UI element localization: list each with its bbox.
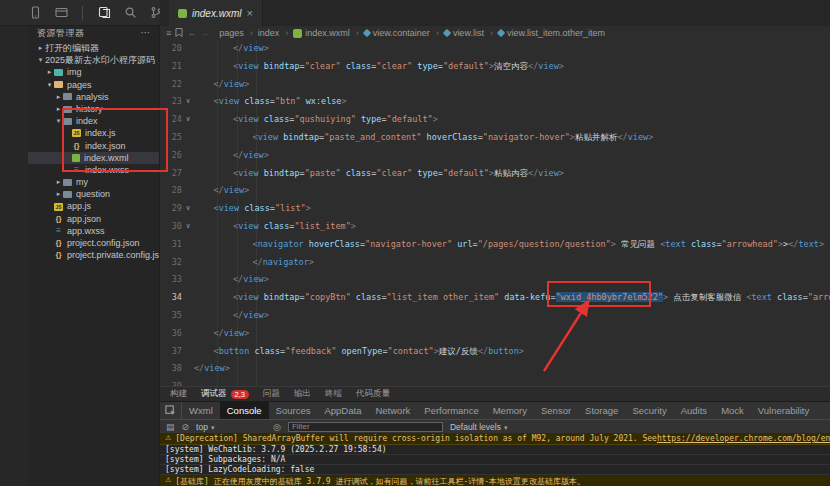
tab-close-icon[interactable]: ×: [246, 7, 252, 19]
editor-icon[interactable]: [54, 6, 68, 20]
tree-item-0[interactable]: 打开的编辑器: [28, 42, 159, 54]
code-text: </view>: [194, 307, 269, 325]
tree-item-3[interactable]: pages: [28, 79, 159, 91]
log-level-selector[interactable]: Default levels: [450, 422, 508, 432]
folder-icon: [63, 179, 72, 186]
tree-item-label: my: [76, 176, 88, 188]
tree-item-4[interactable]: analysis: [28, 91, 159, 103]
breadcrumb-item-4[interactable]: view.list: [444, 28, 496, 38]
indent-guide: [237, 40, 238, 386]
line-number: 32: [160, 254, 182, 272]
tree-item-17[interactable]: {}project.private.config.js...: [28, 249, 159, 261]
bookmark-icon[interactable]: [175, 28, 183, 39]
tree-item-6[interactable]: index: [28, 115, 159, 127]
code-line-29: 29<view class="list">: [160, 200, 830, 218]
tab-index-wxml[interactable]: index.wxml ×: [169, 0, 263, 26]
tree-item-14[interactable]: {}app.json: [28, 213, 159, 225]
symbol-icon: [497, 29, 505, 37]
chevron-down-icon: [211, 422, 215, 432]
console-message-1: [system] WeChatLib: 3.7.9 (2025.2.27 19:…: [160, 445, 830, 455]
devtools-tab-sources[interactable]: Sources: [269, 402, 318, 419]
line-number: 22: [160, 76, 182, 94]
live-expression-icon[interactable]: ◎: [273, 422, 281, 432]
code-editor[interactable]: 20</view>21<view bindtap="clear" class="…: [160, 40, 830, 386]
outline-icon[interactable]: ≡: [166, 28, 171, 38]
context-selector[interactable]: top: [196, 422, 266, 432]
wxml-file-icon: [178, 9, 187, 18]
devtools-tab-vulnerability[interactable]: Vulnerability: [751, 402, 816, 419]
tree-item-2[interactable]: img: [28, 66, 159, 78]
inspect-element-icon[interactable]: [160, 402, 182, 419]
breadcrumb-bar: ≡ ← → pagesindexindex.wxmlview.container…: [160, 26, 830, 40]
panel-tab-4[interactable]: 终端: [325, 388, 342, 400]
panel-tab-0[interactable]: 构建: [170, 388, 187, 400]
toolbar-divider: [82, 6, 83, 20]
devtools-tab-audits[interactable]: Audits: [674, 402, 714, 419]
breadcrumb-item-1[interactable]: index: [258, 28, 292, 38]
fold-gutter: [182, 182, 194, 200]
tree-item-12[interactable]: question: [28, 188, 159, 200]
explorer-more-icon[interactable]: ⋯: [141, 26, 152, 40]
panel-tab-3[interactable]: 输出: [294, 388, 311, 400]
devtools-tab-appdata[interactable]: AppData: [317, 402, 368, 419]
code-text: </navigator>: [194, 254, 314, 272]
console-sidebar-icon[interactable]: ▤: [166, 422, 175, 432]
devtools-tab-storage[interactable]: Storage: [578, 402, 625, 419]
tree-item-10[interactable]: ≡index.wxss: [28, 164, 159, 176]
chevron-right-icon: [54, 103, 63, 115]
message-link[interactable]: https://developer.chrome.com/blog/enabli…: [657, 434, 830, 443]
console-filter-input[interactable]: [288, 422, 443, 432]
code-text: </view>: [194, 325, 249, 343]
breadcrumb-item-2[interactable]: index.wxml: [293, 28, 362, 38]
code-lines: 20</view>21<view bindtap="clear" class="…: [160, 40, 830, 386]
nav-back-icon[interactable]: ←: [187, 28, 196, 38]
devtools-tab-network[interactable]: Network: [368, 402, 417, 419]
search-icon[interactable]: [123, 6, 137, 20]
devtools-tab-console[interactable]: Console: [220, 402, 269, 419]
tree-item-15[interactable]: ≡app.wxss: [28, 225, 159, 237]
tree-item-13[interactable]: JSapp.js: [28, 200, 159, 212]
clear-console-icon[interactable]: ⊘: [182, 422, 190, 432]
breadcrumb-item-0[interactable]: pages: [219, 28, 256, 38]
devtools-tab-sensor[interactable]: Sensor: [534, 402, 578, 419]
tree-item-5[interactable]: history: [28, 103, 159, 115]
tree-item-9[interactable]: index.wxml: [28, 152, 159, 164]
line-number: 27: [160, 165, 182, 183]
tree-item-16[interactable]: {}project.config.json: [28, 237, 159, 249]
fold-chevron-icon[interactable]: [182, 200, 194, 218]
devtools-tab-security[interactable]: Security: [625, 402, 673, 419]
tree-item-label: 打开的编辑器: [45, 42, 99, 54]
tree-item-11[interactable]: my: [28, 176, 159, 188]
explorer-icon[interactable]: [97, 6, 111, 20]
devtools-tab-wxml[interactable]: Wxml: [182, 402, 220, 419]
code-line-20: 20</view>: [160, 40, 830, 58]
devtools-tab-mock[interactable]: Mock: [714, 402, 751, 419]
fold-chevron-icon[interactable]: [182, 218, 194, 236]
panel-tab-2[interactable]: 问题: [263, 388, 280, 400]
panel-tab-5[interactable]: 代码质量: [356, 388, 390, 400]
console-message-3: [system] LazyCodeLoading: false: [160, 465, 830, 475]
devtools-tab-performance[interactable]: Performance: [417, 402, 485, 419]
fold-chevron-icon[interactable]: [182, 111, 194, 129]
breadcrumb-item-3[interactable]: view.container: [364, 28, 442, 38]
panel-tab-1[interactable]: 调试器2,3: [201, 388, 249, 400]
panel-tab-label: 代码质量: [356, 388, 390, 400]
code-line-39: 39: [160, 378, 830, 386]
tree-item-1[interactable]: 2025最新去水印小程序源码，纯前...: [28, 54, 159, 66]
fold-chevron-icon[interactable]: [182, 93, 194, 111]
tree-item-7[interactable]: JSindex.js: [28, 127, 159, 139]
simulator-icon[interactable]: [28, 6, 42, 20]
wxml-icon: [72, 154, 80, 162]
code-line-25: 25<view bindtap="paste_and_content" hove…: [160, 129, 830, 147]
fold-gutter: [182, 147, 194, 165]
tree-item-label: app.wxss: [67, 225, 105, 237]
code-line-26: 26</view>: [160, 147, 830, 165]
tree-item-label: app.json: [67, 213, 101, 225]
breadcrumb-item-5[interactable]: view.list_item.other_item: [498, 28, 605, 38]
tree-item-8[interactable]: {}index.json: [28, 140, 159, 152]
code-line-27: 27<view bindtap="paste" class="clear" ty…: [160, 165, 830, 183]
nav-forward-icon[interactable]: →: [200, 28, 209, 38]
message-text: [system] LazyCodeLoading: false: [165, 466, 314, 474]
fold-gutter: [182, 236, 194, 254]
devtools-tab-memory[interactable]: Memory: [486, 402, 534, 419]
